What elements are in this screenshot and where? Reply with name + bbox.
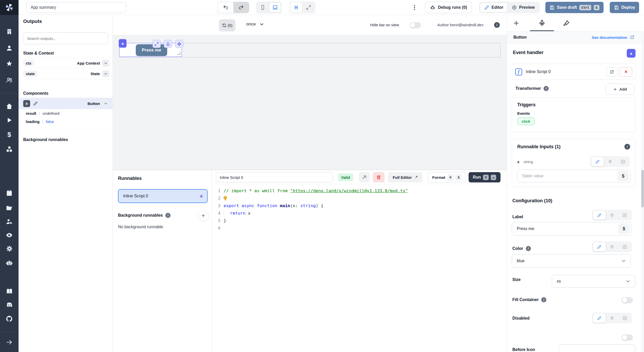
discord-button[interactable] bbox=[4, 300, 14, 310]
preview-tab[interactable]: Preview bbox=[508, 3, 539, 12]
styling-tab[interactable] bbox=[560, 17, 572, 29]
mobile-view-button[interactable] bbox=[257, 2, 269, 13]
debug-runs-button[interactable]: Debug runs (0) bbox=[425, 2, 472, 13]
static-mode-button[interactable] bbox=[593, 313, 606, 323]
connect-mode-button[interactable] bbox=[606, 242, 618, 251]
fill-container-toggle[interactable] bbox=[622, 297, 633, 303]
add-background-runnable-button[interactable] bbox=[198, 210, 209, 221]
anchor-component-button[interactable] bbox=[164, 40, 172, 48]
component-collapse-button[interactable] bbox=[102, 100, 109, 107]
home-button[interactable] bbox=[4, 101, 14, 111]
static-value-input[interactable]: Static value $ bbox=[517, 170, 631, 182]
output-row-ctx[interactable]: ctx App Context bbox=[19, 58, 113, 68]
remove-script-button[interactable]: × bbox=[620, 67, 632, 77]
component-settings-tab[interactable] bbox=[536, 17, 548, 29]
output-row-state[interactable]: state State bbox=[19, 68, 113, 79]
resize-handle[interactable] bbox=[177, 52, 180, 55]
collapse-sidebar-button[interactable] bbox=[4, 337, 14, 347]
connect-mode-button[interactable] bbox=[604, 157, 616, 166]
scrollbar-thumb[interactable] bbox=[641, 170, 644, 207]
connect-mode-button[interactable] bbox=[606, 313, 618, 323]
see-documentation-link[interactable]: See documentation bbox=[592, 35, 634, 40]
windmill-logo[interactable] bbox=[0, 0, 19, 15]
info-icon[interactable]: i bbox=[544, 86, 549, 91]
color-select[interactable]: blue bbox=[512, 254, 631, 268]
ai-gen-button[interactable] bbox=[359, 172, 370, 182]
pencil-icon bbox=[484, 5, 489, 10]
compute-mode-button[interactable] bbox=[617, 157, 629, 166]
undo-button[interactable] bbox=[218, 2, 233, 13]
app-summary-input[interactable] bbox=[26, 2, 126, 13]
compute-mode-button[interactable] bbox=[618, 242, 631, 251]
label-value-input[interactable]: Press me $ bbox=[512, 222, 631, 235]
deploy-button[interactable]: Deploy bbox=[610, 2, 639, 13]
profile-button[interactable] bbox=[4, 43, 14, 53]
add-transformer-button[interactable]: Add bbox=[606, 84, 634, 95]
save-draft-button[interactable]: Save draft Ctrl S bbox=[545, 2, 604, 13]
author-info-icon[interactable]: i bbox=[494, 22, 500, 28]
search-outputs-input[interactable] bbox=[23, 32, 108, 44]
favorites-button[interactable] bbox=[4, 58, 14, 69]
static-mode-button[interactable] bbox=[593, 210, 606, 220]
folders-button[interactable] bbox=[4, 203, 14, 213]
workspace-button[interactable] bbox=[4, 27, 14, 37]
info-icon[interactable]: i bbox=[624, 144, 630, 149]
code-area[interactable]: 1 // import * as wmill from "https://den… bbox=[212, 187, 507, 232]
variables-button[interactable]: $ bbox=[4, 129, 14, 140]
settings-button[interactable] bbox=[4, 243, 14, 254]
open-script-button[interactable] bbox=[606, 67, 618, 77]
press-me-button[interactable]: Press me bbox=[136, 44, 167, 56]
connect-mode-button[interactable] bbox=[606, 210, 618, 220]
resources-button[interactable] bbox=[4, 144, 14, 154]
desktop-view-button[interactable] bbox=[269, 2, 281, 13]
align-center-icon bbox=[293, 5, 299, 10]
run-button[interactable]: Run ⌘ ↵ bbox=[469, 172, 501, 182]
info-icon[interactable]: i bbox=[526, 246, 531, 251]
github-button[interactable] bbox=[4, 314, 14, 324]
script-name-input[interactable] bbox=[216, 172, 333, 182]
ai-assistant-button[interactable] bbox=[4, 258, 14, 268]
full-editor-button[interactable]: Full Editor bbox=[388, 172, 422, 182]
static-mode-button[interactable] bbox=[593, 242, 606, 251]
more-options-button[interactable] bbox=[411, 4, 418, 11]
size-select[interactable]: xs bbox=[552, 275, 635, 288]
info-icon[interactable]: i bbox=[165, 213, 171, 218]
recompute-button[interactable]: (0) bbox=[219, 19, 235, 31]
delete-script-button[interactable] bbox=[373, 172, 385, 182]
redo-button[interactable] bbox=[233, 2, 249, 13]
state-expand-button[interactable] bbox=[102, 70, 109, 77]
editor-tab[interactable]: Editor bbox=[480, 3, 508, 12]
run-kbd-cmd: ⌘ bbox=[483, 175, 489, 180]
info-icon[interactable]: i bbox=[541, 297, 546, 302]
lightbulb-icon[interactable] bbox=[224, 196, 227, 201]
plug-icon bbox=[610, 213, 614, 217]
groups-button[interactable] bbox=[4, 75, 14, 85]
compute-mode-button[interactable] bbox=[618, 210, 631, 220]
template-string-button[interactable]: $ bbox=[617, 171, 629, 181]
hide-bar-toggle[interactable] bbox=[410, 22, 421, 28]
color-field-header: Color i bbox=[512, 246, 531, 251]
rename-component-button[interactable] bbox=[33, 101, 38, 106]
before-icon-select[interactable] bbox=[558, 344, 635, 352]
docs-button[interactable] bbox=[4, 286, 14, 296]
template-string-button[interactable]: $ bbox=[618, 224, 630, 234]
disabled-toggle[interactable] bbox=[622, 335, 633, 341]
workers-button[interactable] bbox=[4, 216, 14, 227]
center-layout-button[interactable] bbox=[290, 2, 302, 13]
static-mode-button[interactable] bbox=[591, 157, 604, 166]
compute-mode-button[interactable] bbox=[618, 313, 631, 323]
recompute-mode-dropdown[interactable]: once bbox=[246, 22, 264, 27]
insert-component-tab[interactable] bbox=[510, 17, 522, 29]
move-component-button[interactable] bbox=[175, 40, 183, 48]
runs-button[interactable] bbox=[4, 115, 14, 125]
audit-logs-button[interactable] bbox=[4, 230, 14, 240]
expand-component-button[interactable] bbox=[152, 40, 161, 48]
fullwidth-layout-button[interactable] bbox=[303, 2, 315, 13]
event-handler-script-row[interactable]: f Inline Script 0 × bbox=[512, 64, 635, 80]
schedules-button[interactable] bbox=[4, 188, 14, 198]
ctx-expand-button[interactable] bbox=[102, 60, 109, 67]
runnable-item-inline-script-0[interactable]: Inline Script 0 a bbox=[118, 189, 208, 203]
save-kbd-s: S bbox=[594, 5, 599, 10]
format-button[interactable]: Format ⌘ S bbox=[428, 172, 466, 182]
component-row-a[interactable]: a Button bbox=[19, 98, 113, 109]
